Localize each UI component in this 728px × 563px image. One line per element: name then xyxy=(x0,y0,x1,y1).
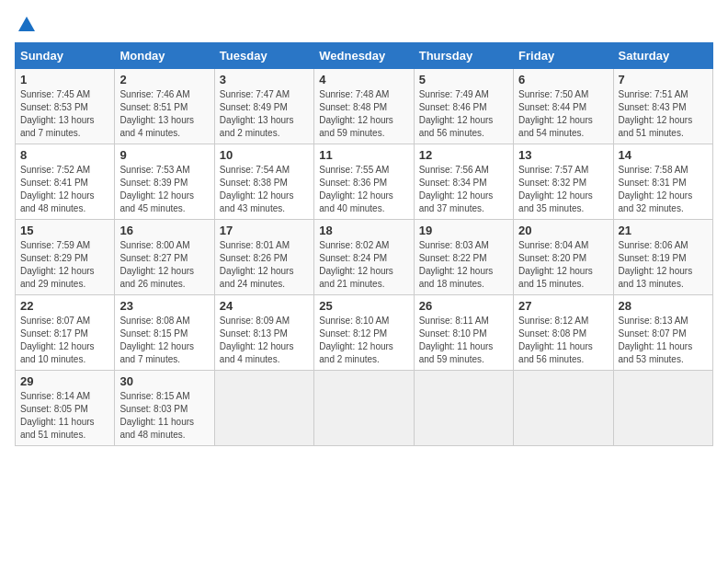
calendar-week-row: 15 Sunrise: 7:59 AM Sunset: 8:29 PM Dayl… xyxy=(16,220,713,295)
calendar-cell: 10 Sunrise: 7:54 AM Sunset: 8:38 PM Dayl… xyxy=(214,144,313,220)
day-info: Sunrise: 8:03 AM Sunset: 8:22 PM Dayligh… xyxy=(419,239,508,291)
calendar-cell: 20 Sunrise: 8:04 AM Sunset: 8:20 PM Dayl… xyxy=(514,220,613,295)
calendar-week-row: 22 Sunrise: 8:07 AM Sunset: 8:17 PM Dayl… xyxy=(16,295,713,371)
calendar-cell xyxy=(214,371,313,446)
day-number: 12 xyxy=(419,148,508,162)
day-info: Sunrise: 7:45 AM Sunset: 8:53 PM Dayligh… xyxy=(20,88,109,140)
calendar-table: SundayMondayTuesdayWednesdayThursdayFrid… xyxy=(15,42,713,446)
day-info: Sunrise: 7:47 AM Sunset: 8:49 PM Dayligh… xyxy=(220,88,309,140)
day-number: 9 xyxy=(119,148,209,162)
calendar-cell: 7 Sunrise: 7:51 AM Sunset: 8:43 PM Dayli… xyxy=(613,69,712,144)
calendar-cell xyxy=(613,371,712,446)
day-info: Sunrise: 7:53 AM Sunset: 8:39 PM Dayligh… xyxy=(119,164,209,215)
day-info: Sunrise: 8:07 AM Sunset: 8:17 PM Dayligh… xyxy=(20,315,109,366)
day-info: Sunrise: 7:59 AM Sunset: 8:29 PM Dayligh… xyxy=(20,239,109,291)
day-number: 23 xyxy=(119,299,209,313)
day-info: Sunrise: 7:49 AM Sunset: 8:46 PM Dayligh… xyxy=(419,88,508,140)
calendar-cell: 11 Sunrise: 7:55 AM Sunset: 8:36 PM Dayl… xyxy=(314,144,414,220)
calendar-cell: 5 Sunrise: 7:49 AM Sunset: 8:46 PM Dayli… xyxy=(414,69,513,144)
day-number: 27 xyxy=(518,299,608,313)
calendar-cell: 22 Sunrise: 8:07 AM Sunset: 8:17 PM Dayl… xyxy=(16,295,115,371)
calendar-cell: 23 Sunrise: 8:08 AM Sunset: 8:15 PM Dayl… xyxy=(115,295,214,371)
day-info: Sunrise: 7:46 AM Sunset: 8:51 PM Dayligh… xyxy=(119,88,209,140)
weekday-header: Thursday xyxy=(414,43,513,69)
day-number: 29 xyxy=(20,374,109,388)
svg-marker-0 xyxy=(18,17,35,31)
calendar-cell: 12 Sunrise: 7:56 AM Sunset: 8:34 PM Dayl… xyxy=(414,144,513,220)
day-info: Sunrise: 8:13 AM Sunset: 8:07 PM Dayligh… xyxy=(619,315,708,366)
weekday-header: Wednesday xyxy=(314,43,414,69)
day-number: 28 xyxy=(619,299,708,313)
day-number: 8 xyxy=(20,148,109,162)
weekday-header: Monday xyxy=(115,43,214,69)
day-number: 20 xyxy=(518,224,608,237)
day-number: 4 xyxy=(319,73,408,86)
calendar-cell: 16 Sunrise: 8:00 AM Sunset: 8:27 PM Dayl… xyxy=(115,220,214,295)
day-number: 24 xyxy=(220,299,309,313)
weekday-header: Tuesday xyxy=(214,43,313,69)
day-number: 6 xyxy=(518,73,608,86)
day-info: Sunrise: 7:57 AM Sunset: 8:32 PM Dayligh… xyxy=(518,164,608,215)
day-number: 5 xyxy=(419,73,508,86)
day-number: 18 xyxy=(319,224,408,237)
calendar-cell: 13 Sunrise: 7:57 AM Sunset: 8:32 PM Dayl… xyxy=(514,144,613,220)
calendar-cell: 27 Sunrise: 8:12 AM Sunset: 8:08 PM Dayl… xyxy=(514,295,613,371)
calendar-cell: 6 Sunrise: 7:50 AM Sunset: 8:44 PM Dayli… xyxy=(514,69,613,144)
day-info: Sunrise: 7:58 AM Sunset: 8:31 PM Dayligh… xyxy=(619,164,708,215)
day-info: Sunrise: 7:52 AM Sunset: 8:41 PM Dayligh… xyxy=(20,164,109,215)
calendar-cell: 1 Sunrise: 7:45 AM Sunset: 8:53 PM Dayli… xyxy=(16,69,115,144)
weekday-header: Saturday xyxy=(613,43,712,69)
day-info: Sunrise: 7:50 AM Sunset: 8:44 PM Dayligh… xyxy=(518,88,608,140)
day-info: Sunrise: 7:55 AM Sunset: 8:36 PM Dayligh… xyxy=(319,164,408,215)
calendar-cell xyxy=(514,371,613,446)
calendar-cell: 8 Sunrise: 7:52 AM Sunset: 8:41 PM Dayli… xyxy=(16,144,115,220)
calendar-cell: 2 Sunrise: 7:46 AM Sunset: 8:51 PM Dayli… xyxy=(115,69,214,144)
day-number: 10 xyxy=(220,148,309,162)
calendar-cell: 28 Sunrise: 8:13 AM Sunset: 8:07 PM Dayl… xyxy=(613,295,712,371)
day-info: Sunrise: 8:15 AM Sunset: 8:03 PM Dayligh… xyxy=(119,390,209,442)
day-number: 3 xyxy=(220,73,309,86)
calendar-cell: 3 Sunrise: 7:47 AM Sunset: 8:49 PM Dayli… xyxy=(214,69,313,144)
calendar-cell: 30 Sunrise: 8:15 AM Sunset: 8:03 PM Dayl… xyxy=(115,371,214,446)
day-info: Sunrise: 8:08 AM Sunset: 8:15 PM Dayligh… xyxy=(119,315,209,366)
weekday-header-row: SundayMondayTuesdayWednesdayThursdayFrid… xyxy=(16,43,713,69)
day-info: Sunrise: 7:56 AM Sunset: 8:34 PM Dayligh… xyxy=(419,164,508,215)
calendar-cell: 14 Sunrise: 7:58 AM Sunset: 8:31 PM Dayl… xyxy=(613,144,712,220)
day-number: 7 xyxy=(619,73,708,86)
weekday-header: Sunday xyxy=(16,43,115,69)
day-number: 2 xyxy=(119,73,209,86)
day-number: 16 xyxy=(119,224,209,237)
day-info: Sunrise: 7:48 AM Sunset: 8:48 PM Dayligh… xyxy=(319,88,408,140)
day-number: 19 xyxy=(419,224,508,237)
calendar-cell xyxy=(314,371,414,446)
calendar-week-row: 1 Sunrise: 7:45 AM Sunset: 8:53 PM Dayli… xyxy=(16,69,713,144)
day-number: 17 xyxy=(220,224,309,237)
calendar-cell: 17 Sunrise: 8:01 AM Sunset: 8:26 PM Dayl… xyxy=(214,220,313,295)
day-number: 25 xyxy=(319,299,408,313)
day-info: Sunrise: 8:09 AM Sunset: 8:13 PM Dayligh… xyxy=(220,315,309,366)
day-number: 30 xyxy=(119,374,209,388)
day-info: Sunrise: 8:11 AM Sunset: 8:10 PM Dayligh… xyxy=(419,315,508,366)
page-header xyxy=(15,15,713,35)
calendar-cell: 15 Sunrise: 7:59 AM Sunset: 8:29 PM Dayl… xyxy=(16,220,115,295)
day-info: Sunrise: 8:10 AM Sunset: 8:12 PM Dayligh… xyxy=(319,315,408,366)
day-info: Sunrise: 8:06 AM Sunset: 8:19 PM Dayligh… xyxy=(619,239,708,291)
calendar-cell: 25 Sunrise: 8:10 AM Sunset: 8:12 PM Dayl… xyxy=(314,295,414,371)
calendar-cell: 29 Sunrise: 8:14 AM Sunset: 8:05 PM Dayl… xyxy=(16,371,115,446)
logo xyxy=(15,15,37,35)
calendar-cell: 21 Sunrise: 8:06 AM Sunset: 8:19 PM Dayl… xyxy=(613,220,712,295)
day-number: 13 xyxy=(518,148,608,162)
day-info: Sunrise: 7:54 AM Sunset: 8:38 PM Dayligh… xyxy=(220,164,309,215)
day-number: 1 xyxy=(20,73,109,86)
calendar-week-row: 8 Sunrise: 7:52 AM Sunset: 8:41 PM Dayli… xyxy=(16,144,713,220)
day-info: Sunrise: 8:01 AM Sunset: 8:26 PM Dayligh… xyxy=(220,239,309,291)
calendar-cell: 9 Sunrise: 7:53 AM Sunset: 8:39 PM Dayli… xyxy=(115,144,214,220)
calendar-cell: 19 Sunrise: 8:03 AM Sunset: 8:22 PM Dayl… xyxy=(414,220,513,295)
day-number: 11 xyxy=(319,148,408,162)
weekday-header: Friday xyxy=(514,43,613,69)
calendar-week-row: 29 Sunrise: 8:14 AM Sunset: 8:05 PM Dayl… xyxy=(16,371,713,446)
day-number: 22 xyxy=(20,299,109,313)
day-number: 21 xyxy=(619,224,708,237)
calendar-cell: 18 Sunrise: 8:02 AM Sunset: 8:24 PM Dayl… xyxy=(314,220,414,295)
day-info: Sunrise: 8:00 AM Sunset: 8:27 PM Dayligh… xyxy=(119,239,209,291)
